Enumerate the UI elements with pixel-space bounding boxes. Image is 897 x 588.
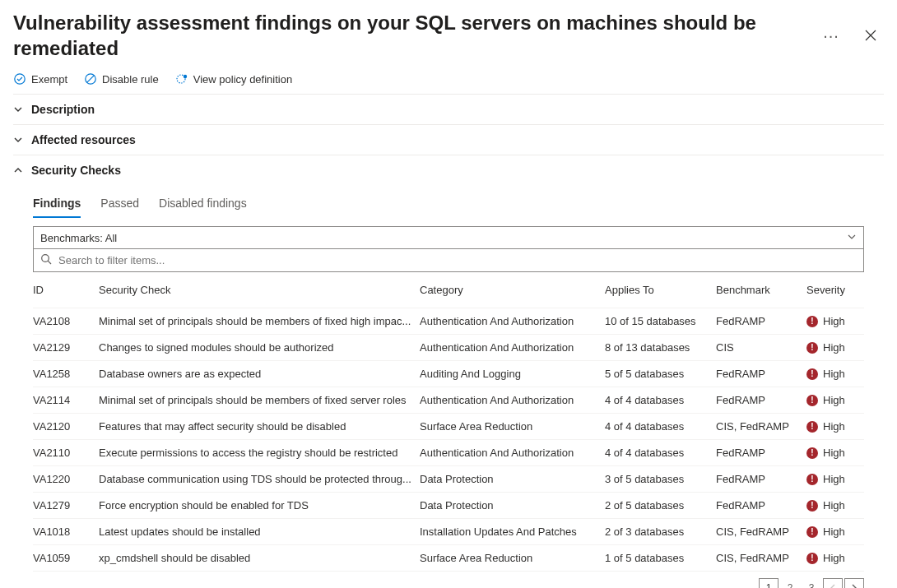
pager-page-2[interactable]: 2 [780, 578, 800, 588]
cell-id: VA2110 [33, 442, 99, 464]
cell-category: Surface Area Reduction [420, 547, 605, 569]
severity-high-icon: ! [806, 421, 818, 433]
cell-category: Data Protection [420, 468, 605, 490]
pager-page-1[interactable]: 1 [759, 578, 778, 588]
col-security-check[interactable]: Security Check [99, 279, 420, 301]
chevron-down-icon [13, 135, 23, 145]
col-severity[interactable]: Severity [806, 279, 864, 301]
table-row[interactable]: VA1279Force encryption should be enabled… [33, 493, 864, 519]
cell-security-check: xp_cmdshell should be disabled [99, 547, 420, 569]
view-policy-label: View policy definition [193, 73, 292, 86]
benchmarks-dropdown-label: Benchmarks: All [40, 232, 117, 244]
cell-category: Authentication And Authorization [420, 389, 605, 411]
search-box[interactable] [33, 249, 864, 272]
tab-passed[interactable]: Passed [100, 192, 139, 218]
cell-severity: !High [806, 521, 864, 543]
disable-icon [84, 72, 97, 86]
table-row[interactable]: VA2108Minimal set of principals should b… [33, 308, 864, 335]
cell-applies-to: 4 of 4 databases [605, 389, 716, 411]
pager-next[interactable] [844, 578, 864, 588]
cell-severity: !High [806, 310, 864, 332]
section-description-label: Description [31, 103, 95, 116]
cell-severity: !High [806, 468, 864, 490]
cell-severity: !High [806, 363, 864, 385]
title-actions: ··· [818, 22, 884, 49]
cell-security-check: Database owners are as expected [99, 363, 420, 385]
table-row[interactable]: VA2110Execute permissions to access the … [33, 440, 864, 466]
col-category[interactable]: Category [420, 279, 605, 301]
benchmarks-dropdown[interactable]: Benchmarks: All [33, 226, 864, 249]
more-button[interactable]: ··· [818, 22, 844, 49]
cell-severity: !High [806, 547, 864, 569]
pager-prev[interactable] [823, 578, 843, 588]
cell-benchmark: FedRAMP [716, 468, 806, 490]
section-affected-header[interactable]: Affected resources [13, 125, 884, 155]
table-row[interactable]: VA1018Latest updates should be installed… [33, 519, 864, 545]
cell-category: Auditing And Logging [420, 363, 605, 385]
cell-applies-to: 3 of 5 databases [605, 468, 716, 490]
cell-security-check: Features that may affect security should… [99, 415, 420, 438]
table-row[interactable]: VA2114Minimal set of principals should b… [33, 387, 864, 414]
section-description-header[interactable]: Description [13, 95, 884, 124]
svg-point-0 [15, 74, 25, 84]
close-button[interactable] [857, 22, 884, 49]
close-icon [865, 30, 876, 41]
col-id[interactable]: ID [33, 279, 99, 301]
svg-point-5 [42, 255, 49, 262]
cell-applies-to: 4 of 4 databases [605, 415, 716, 438]
cell-security-check: Database communication using TDS should … [99, 468, 420, 490]
search-input[interactable] [57, 253, 857, 267]
pager: 123 [13, 572, 884, 588]
search-icon [40, 253, 52, 267]
cell-id: VA2114 [33, 389, 99, 411]
table-body: VA2108Minimal set of principals should b… [33, 308, 864, 572]
severity-high-icon: ! [806, 447, 818, 459]
cell-applies-to: 2 of 5 databases [605, 494, 716, 516]
section-security-checks-header[interactable]: Security Checks [13, 155, 884, 185]
chevron-down-icon [847, 232, 857, 244]
cell-category: Data Protection [420, 494, 605, 516]
cell-category: Authentication And Authorization [420, 442, 605, 464]
cell-severity: !High [806, 494, 864, 516]
exempt-icon [13, 72, 26, 86]
cell-severity: !High [806, 336, 864, 359]
table-row[interactable]: VA2120Features that may affect security … [33, 414, 864, 440]
page-title: Vulnerability assessment findings on you… [13, 10, 818, 61]
cell-id: VA1258 [33, 363, 99, 385]
section-affected: Affected resources [13, 125, 884, 155]
view-policy-action[interactable]: View policy definition [175, 72, 292, 86]
table-row[interactable]: VA1059xp_cmdshell should be disabledSurf… [33, 545, 864, 572]
col-applies-to[interactable]: Applies To [605, 279, 716, 301]
section-security-checks: Security Checks Findings Passed Disabled… [13, 155, 884, 588]
exempt-label: Exempt [31, 73, 67, 86]
severity-high-icon: ! [806, 500, 818, 512]
cell-benchmark: CIS, FedRAMP [716, 547, 806, 569]
tab-disabled-findings[interactable]: Disabled findings [159, 192, 247, 218]
cell-benchmark: CIS, FedRAMP [716, 521, 806, 543]
cell-id: VA2108 [33, 310, 99, 332]
severity-high-icon: ! [806, 474, 818, 485]
action-bar: Exempt Disable rule View policy definiti… [13, 61, 884, 95]
cell-category: Authentication And Authorization [420, 336, 605, 359]
exempt-action[interactable]: Exempt [13, 72, 67, 86]
table-row[interactable]: VA1220Database communication using TDS s… [33, 466, 864, 493]
table-row[interactable]: VA1258Database owners are as expectedAud… [33, 361, 864, 387]
filters: Benchmarks: All [13, 218, 884, 272]
pager-page-3[interactable]: 3 [802, 578, 821, 588]
cell-applies-to: 2 of 3 databases [605, 521, 716, 543]
col-benchmark[interactable]: Benchmark [716, 279, 806, 301]
table-row[interactable]: VA2129Changes to signed modules should b… [33, 335, 864, 361]
cell-benchmark: FedRAMP [716, 494, 806, 516]
cell-applies-to: 10 of 15 databases [605, 310, 716, 332]
disable-rule-action[interactable]: Disable rule [84, 72, 159, 86]
cell-id: VA2120 [33, 415, 99, 438]
tab-findings[interactable]: Findings [33, 192, 81, 218]
ellipsis-icon: ··· [823, 30, 839, 41]
severity-high-icon: ! [806, 368, 818, 380]
cell-benchmark: FedRAMP [716, 442, 806, 464]
cell-severity: !High [806, 442, 864, 464]
cell-benchmark: CIS [716, 336, 806, 359]
chevron-down-icon [13, 104, 23, 114]
cell-security-check: Minimal set of principals should be memb… [99, 389, 420, 411]
disable-rule-label: Disable rule [102, 73, 159, 86]
